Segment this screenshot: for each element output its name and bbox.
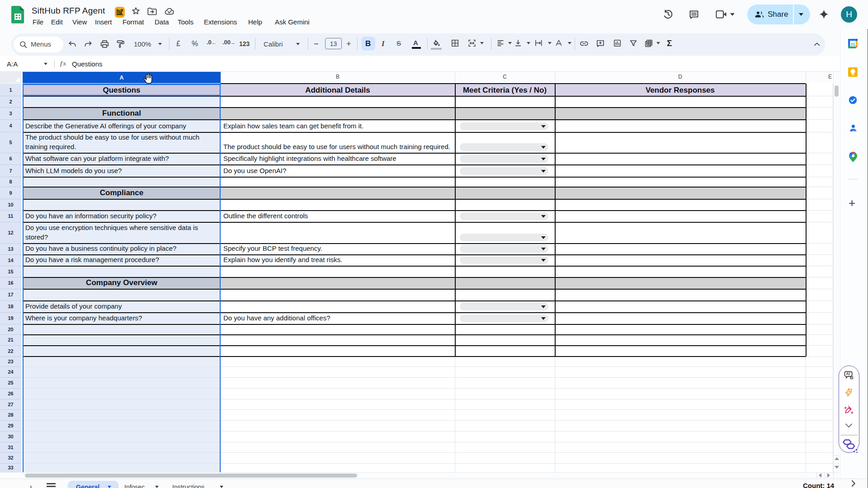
svg-text:31: 31 bbox=[850, 42, 855, 47]
svg-text:AI: AI bbox=[846, 372, 850, 376]
